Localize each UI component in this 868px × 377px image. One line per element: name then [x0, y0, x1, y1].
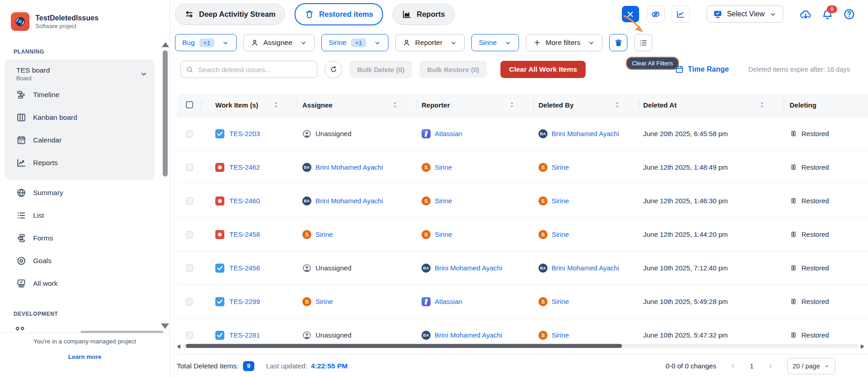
refresh-button[interactable]	[325, 61, 342, 78]
hide-button[interactable]	[647, 5, 665, 23]
user-name[interactable]: Atlassian	[435, 298, 462, 305]
filter-chip-bug[interactable]: Bug +1	[175, 34, 237, 51]
sort-icon[interactable]	[273, 101, 278, 109]
sidebar-item-list[interactable]: List	[5, 204, 155, 227]
user-name[interactable]: Sirine	[552, 298, 569, 305]
user-name[interactable]: Sirine	[552, 163, 569, 171]
sidebar-item-calendar[interactable]: Calendar	[5, 129, 155, 152]
row-checkbox[interactable]	[186, 197, 193, 205]
vinyl-disc-icon	[14, 15, 26, 28]
bulk-restore-button[interactable]: Bulk Restore (0)	[419, 61, 487, 78]
previous-page-icon[interactable]	[730, 363, 736, 369]
bulk-delete-button[interactable]: Bulk Delete (0)	[349, 61, 412, 78]
sidebar-item-summary[interactable]: Summary	[5, 181, 155, 204]
user-name[interactable]: Brini Mohamed Ayachi	[435, 264, 502, 272]
tab-reports[interactable]: Reports	[393, 4, 454, 25]
column-header-assignee[interactable]: Assignee	[298, 93, 417, 117]
sidebar-scrollbar-thumb[interactable]	[163, 50, 168, 176]
sidebar-hscrollbar-thumb[interactable]	[81, 331, 163, 333]
user-name[interactable]: Brini Mohamed Ayachi	[315, 197, 383, 205]
sidebar-item-forms[interactable]: Forms	[5, 227, 155, 250]
column-header-deleted-by[interactable]: Deleted By	[534, 93, 639, 117]
work-item-link[interactable]: TES-2281	[229, 331, 260, 339]
user-name[interactable]: Brini Mohamed Ayachi	[435, 331, 502, 339]
current-page[interactable]: 1	[750, 362, 753, 370]
work-item-link[interactable]: TES-2462	[229, 163, 260, 171]
column-header-deleting[interactable]: Deleting	[784, 93, 868, 117]
export-button[interactable]	[800, 8, 812, 20]
notifications-button[interactable]: 0	[821, 8, 834, 20]
work-item-link[interactable]: TES-2203	[229, 130, 260, 137]
sidebar-item-all-work[interactable]: All work	[5, 272, 155, 295]
user-name[interactable]: Brini Mohamed Ayachi	[552, 264, 619, 272]
user-name[interactable]: Sirine	[435, 163, 452, 171]
scrollbar-track[interactable]	[183, 344, 858, 348]
scroll-left-arrow[interactable]	[177, 344, 180, 349]
sort-icon[interactable]	[760, 101, 765, 109]
filter-chip-more-filters[interactable]: More filters	[526, 34, 603, 51]
user-name[interactable]: Brini Mohamed Ayachi	[552, 130, 619, 137]
select-view-dropdown[interactable]: Select View	[707, 5, 783, 23]
column-header-work-item-s[interactable]: Work Item (s)	[202, 93, 298, 117]
column-header-reporter[interactable]: Reporter	[417, 93, 534, 117]
user-name[interactable]: Sirine	[435, 197, 452, 205]
work-item-link[interactable]: TES-2460	[229, 197, 260, 205]
user-name[interactable]: Sirine	[552, 331, 569, 339]
column-header-deleted-at[interactable]: Deleted At	[639, 93, 784, 117]
close-button[interactable]	[622, 6, 639, 22]
scroll-right-arrow[interactable]	[861, 344, 864, 349]
user-name[interactable]: Sirine	[552, 197, 569, 205]
user-name[interactable]: Sirine	[435, 230, 452, 238]
filter-chip-label: More filters	[546, 39, 581, 47]
next-page-icon[interactable]	[767, 363, 774, 369]
work-item-link[interactable]: TES-2456	[229, 264, 260, 272]
toolbar-row: Bulk Delete (0) Bulk Restore (0) Clear A…	[180, 61, 850, 78]
sort-icon[interactable]	[393, 101, 398, 109]
filter-chip-sirine[interactable]: Sirine	[471, 34, 519, 51]
row-checkbox[interactable]	[186, 231, 193, 238]
user-name[interactable]: Sirine	[315, 230, 333, 238]
sidebar-scroll-up-arrow[interactable]	[162, 42, 169, 47]
board-switcher[interactable]: TES board Board	[5, 59, 155, 83]
line-chart-icon	[676, 10, 685, 19]
sidebar-item-reports[interactable]: Reports	[5, 152, 155, 174]
user-name[interactable]: Sirine	[552, 230, 569, 238]
analytics-button[interactable]	[672, 5, 690, 23]
kanban-icon	[16, 113, 26, 122]
planning-section-label: PLANNING	[14, 49, 44, 55]
tab-deep-activitiy-stream[interactable]: Deep Activitiy Stream	[175, 4, 285, 25]
page-size-select[interactable]: 20 / page	[787, 358, 835, 374]
user-name[interactable]: Atlassian	[435, 130, 462, 137]
sidebar-item-kanban-board[interactable]: Kanban board	[5, 106, 155, 129]
list-view-button[interactable]	[634, 34, 652, 51]
work-item-link[interactable]: TES-2299	[229, 298, 260, 305]
learn-more-link[interactable]: Learn more	[0, 353, 170, 360]
user-name[interactable]: Sirine	[315, 298, 333, 305]
search-input[interactable]	[197, 65, 312, 74]
filter-chip-sirine[interactable]: Sirine +1	[321, 34, 388, 51]
unassigned-avatar	[302, 264, 311, 273]
row-checkbox[interactable]	[186, 298, 193, 305]
sidebar-item-timeline[interactable]: Timeline	[5, 83, 155, 106]
scrollbar-thumb[interactable]	[186, 344, 622, 348]
row-checkbox[interactable]	[186, 264, 193, 272]
tab-restored-items[interactable]: Restored items	[295, 3, 383, 25]
sort-icon[interactable]	[509, 101, 514, 109]
help-button[interactable]	[843, 8, 855, 20]
row-checkbox[interactable]	[186, 130, 193, 137]
clear-filters-button[interactable]	[609, 34, 627, 51]
tab-label: Deep Activitiy Stream	[199, 10, 276, 19]
work-item-link[interactable]: TES-2458	[229, 230, 260, 238]
user-name[interactable]: Brini Mohamed Ayachi	[315, 163, 383, 171]
sidebar-item-goals[interactable]: Goals	[5, 250, 155, 272]
time-range-button[interactable]: Time Range	[675, 65, 729, 74]
filter-chip-reporter[interactable]: Reporter	[395, 34, 465, 51]
row-checkbox[interactable]	[186, 332, 193, 339]
filter-chip-assignee[interactable]: Assignee	[243, 34, 315, 51]
clear-all-work-items-button[interactable]: Clear All Work Items	[500, 61, 586, 78]
sidebar-scroll-down-arrow[interactable]	[161, 323, 169, 329]
select-all-checkbox[interactable]	[186, 101, 193, 108]
row-checkbox[interactable]	[186, 164, 193, 171]
chevron-down-icon[interactable]	[139, 69, 148, 78]
sort-icon[interactable]	[615, 101, 620, 109]
